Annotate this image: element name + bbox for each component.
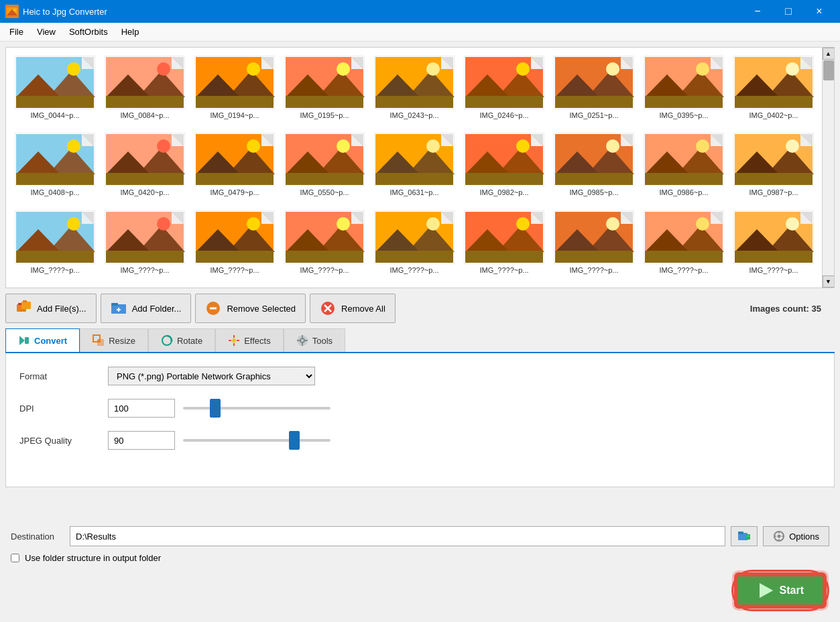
gallery-item[interactable]: IMG_????~p...: [371, 208, 458, 282]
tab-resize[interactable]: Resize: [80, 328, 148, 352]
dpi-slider-thumb[interactable]: [210, 399, 221, 418]
svg-rect-225: [111, 303, 118, 306]
gallery-label: IMG_0395~p...: [644, 111, 724, 119]
gallery-item[interactable]: IMG_0408~p...: [11, 130, 99, 204]
effects-icon: [228, 334, 240, 347]
svg-rect-136: [645, 173, 723, 185]
gallery-item[interactable]: IMG_0420~p...: [101, 130, 188, 204]
thumbnail-image: [733, 210, 814, 264]
tools-icon: [296, 334, 308, 347]
svg-rect-160: [106, 251, 184, 263]
gallery-item[interactable]: IMG_0986~p...: [640, 130, 727, 204]
add-files-button[interactable]: Add File(s)...: [5, 294, 97, 323]
menu-file[interactable]: File: [3, 24, 30, 40]
svg-rect-144: [735, 173, 813, 185]
dpi-slider-track: [183, 407, 331, 410]
svg-point-49: [516, 62, 530, 76]
destination-browse-button[interactable]: [731, 526, 758, 546]
jpeg-quality-row: JPEG Quality: [19, 431, 821, 450]
gallery-item[interactable]: IMG_????~p...: [730, 208, 817, 282]
gallery-label: IMG_????~p...: [105, 266, 185, 274]
scroll-down-btn[interactable]: ▼: [823, 275, 835, 288]
gallery-item[interactable]: IMG_0044~p...: [11, 53, 99, 127]
svg-rect-96: [196, 173, 274, 185]
format-select[interactable]: PNG (*.png) Portable Network Graphics JP…: [108, 367, 315, 385]
start-button[interactable]: Start: [736, 574, 825, 607]
remove-all-button[interactable]: Remove All: [310, 294, 396, 323]
jpeg-quality-label: JPEG Quality: [19, 436, 100, 446]
gallery-item[interactable]: IMG_0982~p...: [461, 130, 548, 204]
main-content: IMG_0044~p... IMG_0084~p...: [0, 42, 840, 622]
jpeg-quality-input[interactable]: [108, 431, 175, 450]
tab-convert[interactable]: Convert: [5, 328, 80, 352]
scrollbar[interactable]: ▲ ▼: [822, 48, 834, 288]
menu-softorbits[interactable]: SoftOrbits: [62, 24, 115, 40]
options-button[interactable]: Options: [763, 526, 829, 546]
gallery-item[interactable]: IMG_0402~p...: [730, 53, 817, 127]
svg-point-97: [247, 139, 260, 153]
gallery-item[interactable]: IMG_????~p...: [550, 208, 638, 282]
thumbnail-image: [15, 56, 95, 109]
remove-all-label: Remove All: [341, 304, 385, 314]
gallery-item[interactable]: IMG_0195~p...: [281, 53, 368, 127]
add-folder-button[interactable]: Add Folder...: [101, 294, 192, 323]
gallery-item[interactable]: IMG_0479~p...: [191, 130, 278, 204]
gallery-label: IMG_????~p...: [644, 266, 724, 274]
jpeg-quality-slider[interactable]: [183, 431, 331, 450]
svg-point-209: [696, 217, 709, 231]
minimize-button[interactable]: −: [742, 0, 773, 23]
folder-structure-label[interactable]: Use folder structure in output folder: [25, 553, 161, 563]
svg-rect-252: [738, 532, 743, 534]
gallery-item[interactable]: IMG_0395~p...: [640, 53, 727, 127]
svg-point-121: [516, 139, 530, 153]
gallery-item[interactable]: IMG_????~p...: [11, 208, 99, 282]
menu-view[interactable]: View: [30, 24, 62, 40]
resize-icon: [93, 334, 105, 347]
gallery-item[interactable]: IMG_0194~p...: [191, 53, 278, 127]
jpeg-quality-slider-thumb[interactable]: [289, 431, 300, 450]
svg-point-193: [516, 217, 530, 231]
format-label: Format: [19, 371, 100, 381]
window-controls: − □ ×: [742, 0, 835, 23]
dpi-input[interactable]: [108, 399, 175, 418]
close-button[interactable]: ×: [804, 0, 835, 23]
scroll-thumb[interactable]: [823, 60, 834, 80]
tab-effects-label: Effects: [244, 336, 271, 346]
gallery-item[interactable]: IMG_????~p...: [640, 208, 727, 282]
svg-rect-168: [196, 251, 274, 263]
gallery-item[interactable]: IMG_0251~p...: [550, 53, 638, 127]
thumbnail-image: [464, 56, 544, 109]
gallery-item[interactable]: IMG_????~p...: [101, 208, 188, 282]
menu-help[interactable]: Help: [115, 24, 146, 40]
remove-selected-button[interactable]: Remove Selected: [195, 294, 306, 323]
gallery-item[interactable]: IMG_0987~p...: [730, 130, 817, 204]
svg-rect-80: [16, 173, 94, 185]
gallery-item[interactable]: IMG_0985~p...: [550, 130, 638, 204]
svg-point-105: [337, 139, 350, 153]
convert-icon: [18, 334, 30, 347]
gallery-item[interactable]: IMG_????~p...: [191, 208, 278, 282]
gallery-item[interactable]: IMG_0084~p...: [101, 53, 188, 127]
window-title: Heic to Jpg Converter: [23, 7, 107, 17]
svg-point-9: [67, 62, 80, 76]
gallery-item[interactable]: IMG_????~p...: [281, 208, 368, 282]
tab-rotate[interactable]: Rotate: [148, 328, 215, 352]
gallery-item[interactable]: IMG_0631~p...: [371, 130, 458, 204]
scroll-up-btn[interactable]: ▲: [823, 48, 835, 60]
tab-effects[interactable]: Effects: [215, 328, 284, 352]
dpi-slider[interactable]: [183, 399, 331, 418]
maximize-button[interactable]: □: [773, 0, 804, 23]
destination-input[interactable]: [70, 526, 725, 546]
thumbnail-image: [733, 56, 814, 109]
gallery-item[interactable]: IMG_0550~p...: [281, 130, 368, 204]
folder-structure-checkbox[interactable]: [11, 554, 19, 562]
svg-rect-8: [16, 96, 94, 108]
gallery-item[interactable]: IMG_0246~p...: [461, 53, 548, 127]
gallery-label: IMG_????~p...: [464, 266, 544, 274]
thumbnail-image: [105, 210, 185, 264]
gallery-item[interactable]: IMG_0243~p...: [371, 53, 458, 127]
svg-point-73: [786, 62, 799, 76]
thumbnail-image: [733, 133, 814, 186]
gallery-item[interactable]: IMG_????~p...: [461, 208, 548, 282]
tab-tools[interactable]: Tools: [284, 328, 345, 352]
